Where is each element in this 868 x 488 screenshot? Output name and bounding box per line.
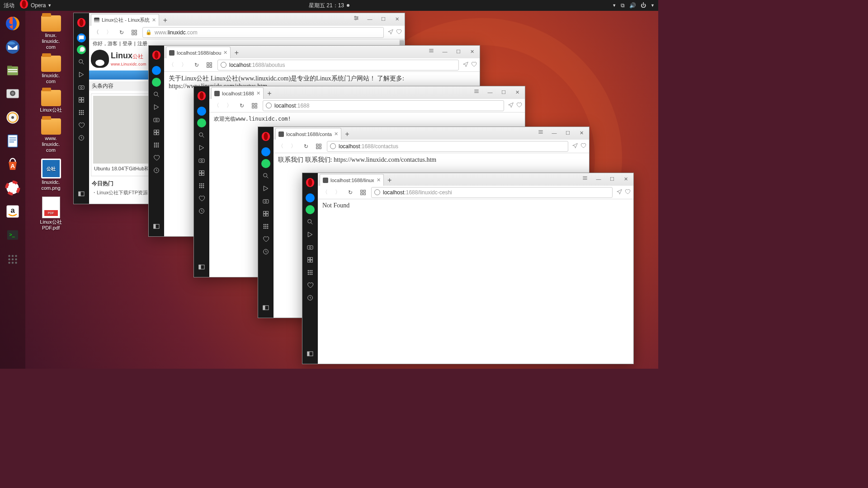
history-icon[interactable]	[258, 245, 274, 258]
easy-setup-icon[interactable]	[538, 129, 544, 136]
forward-button[interactable]: 〉	[289, 142, 298, 151]
dock-thunderbird[interactable]	[4, 38, 22, 56]
new-tab-button[interactable]: +	[159, 15, 171, 26]
close-button[interactable]: ✕	[465, 47, 479, 56]
volume-icon[interactable]: 🔊	[629, 2, 636, 9]
desktop-image-file[interactable]: 公社linuxidc. com.png	[32, 159, 70, 191]
close-button[interactable]: ✕	[390, 14, 404, 24]
maximize-button[interactable]: ☐	[605, 174, 619, 184]
clock[interactable]: 星期五 21：13	[309, 2, 349, 9]
speed-dial-icon[interactable]	[302, 266, 318, 279]
new-tab-button[interactable]: +	[264, 88, 275, 99]
heart-icon[interactable]	[74, 119, 89, 131]
search-icon[interactable]	[194, 129, 209, 141]
dock-terminal[interactable]: >_	[4, 226, 22, 244]
back-button[interactable]: 〈	[321, 188, 330, 197]
maximize-button[interactable]: ☐	[452, 47, 465, 56]
forward-button[interactable]: 〉	[333, 188, 342, 197]
speed-dial-icon[interactable]	[258, 220, 274, 233]
speed-dial-icon[interactable]	[74, 106, 89, 119]
snapshot-icon[interactable]	[258, 195, 274, 207]
bookmarks-icon[interactable]	[194, 167, 209, 179]
heart-icon[interactable]	[516, 102, 522, 109]
reload-button[interactable]: ↻	[117, 28, 126, 37]
easy-setup-icon[interactable]	[353, 15, 359, 23]
whatsapp-icon[interactable]	[306, 205, 315, 214]
browser-tab[interactable]: Linux公社 - Linux系统 ✕	[91, 14, 159, 26]
easy-setup-icon[interactable]	[582, 175, 588, 183]
personal-news-icon[interactable]	[149, 101, 164, 113]
heart-icon[interactable]	[194, 192, 209, 205]
close-tab-icon[interactable]: ✕	[256, 90, 260, 96]
heart-icon[interactable]	[258, 233, 274, 245]
desktop-pdf-file[interactable]: Linux公社 PDF.pdf	[32, 197, 70, 231]
forward-button[interactable]: 〉	[179, 61, 189, 70]
whatsapp-icon[interactable]	[77, 45, 86, 54]
close-button[interactable]: ✕	[619, 174, 632, 184]
reload-button[interactable]: ↻	[346, 188, 355, 197]
reload-button[interactable]: ↻	[302, 142, 311, 151]
desktop-folder[interactable]: Linux公社	[32, 90, 70, 113]
login-link[interactable]: 登录	[123, 41, 132, 46]
dock-screenshot[interactable]	[4, 85, 22, 103]
back-button[interactable]: 〈	[167, 61, 176, 70]
send-icon[interactable]	[387, 28, 394, 36]
close-tab-icon[interactable]: ✕	[152, 17, 156, 23]
power-icon[interactable]: ⏻	[641, 2, 646, 9]
forward-button[interactable]: 〉	[225, 101, 234, 110]
app-menu[interactable]: Opera ▼	[19, 0, 52, 14]
close-tab-icon[interactable]: ✕	[223, 50, 227, 56]
speed-dial-button[interactable]	[359, 188, 368, 197]
personal-news-icon[interactable]	[74, 68, 89, 81]
chevron-down-icon[interactable]: ▼	[651, 3, 655, 8]
minimize-button[interactable]: —	[592, 174, 605, 184]
minimize-button[interactable]: —	[363, 14, 377, 24]
snapshot-icon[interactable]	[302, 241, 318, 253]
whatsapp-icon[interactable]	[261, 159, 270, 168]
easy-setup-icon[interactable]	[473, 88, 480, 96]
dock-amazon[interactable]: a	[4, 202, 22, 221]
send-icon[interactable]	[616, 188, 623, 196]
sidebar-toggle-icon[interactable]	[74, 188, 89, 200]
browser-tab[interactable]: localhost:1688/conta✕	[275, 128, 341, 140]
new-tab-button[interactable]: +	[341, 129, 353, 140]
activities-button[interactable]: 活动	[4, 2, 14, 9]
sidebar-toggle-icon[interactable]	[194, 261, 209, 273]
close-tab-icon[interactable]: ✕	[377, 177, 381, 183]
desktop-folder[interactable]: linux. linuxidc. com	[32, 15, 70, 50]
minimize-button[interactable]: —	[547, 128, 561, 138]
messenger-icon[interactable]	[152, 66, 161, 75]
screen-icon[interactable]: ⧉	[621, 2, 625, 9]
minimize-button[interactable]: —	[483, 87, 497, 97]
back-button[interactable]: 〈	[276, 142, 285, 151]
dock-show-apps[interactable]	[5, 251, 21, 267]
search-icon[interactable]	[74, 56, 89, 68]
personal-news-icon[interactable]	[302, 228, 318, 241]
url-input[interactable]: 🔒 www.linuxidc.com	[142, 27, 384, 38]
speed-dial-icon[interactable]	[194, 179, 209, 192]
bookmarks-icon[interactable]	[302, 253, 318, 266]
personal-news-icon[interactable]	[258, 182, 274, 195]
snapshot-icon[interactable]	[194, 154, 209, 167]
snapshot-icon[interactable]	[74, 81, 89, 94]
messenger-icon[interactable]	[261, 147, 270, 156]
maximize-button[interactable]: ☐	[497, 87, 510, 97]
speed-dial-button[interactable]	[130, 28, 139, 37]
search-icon[interactable]	[149, 88, 164, 101]
send-icon[interactable]	[462, 61, 469, 69]
close-tab-icon[interactable]: ✕	[334, 131, 338, 137]
bookmarks-icon[interactable]	[74, 94, 89, 106]
dock-libreoffice[interactable]	[4, 132, 22, 150]
bookmarks-icon[interactable]	[149, 126, 164, 139]
sidebar-toggle-icon[interactable]	[302, 347, 318, 360]
browser-tab[interactable]: localhost:1688✕	[211, 87, 264, 99]
history-icon[interactable]	[149, 164, 164, 177]
easy-setup-icon[interactable]	[428, 47, 434, 55]
dock-rhythmbox[interactable]	[4, 108, 22, 127]
sidebar-toggle-icon[interactable]	[149, 220, 164, 233]
close-button[interactable]: ✕	[510, 87, 524, 97]
history-icon[interactable]	[194, 205, 209, 217]
history-icon[interactable]	[74, 131, 89, 144]
whatsapp-icon[interactable]	[197, 118, 206, 127]
messenger-icon[interactable]	[306, 193, 315, 202]
